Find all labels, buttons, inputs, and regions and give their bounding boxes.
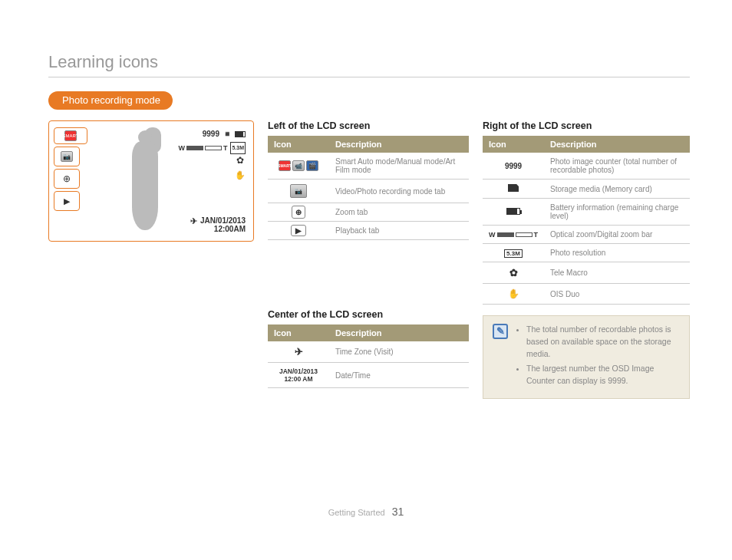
footer-section: Getting Started (328, 508, 385, 517)
table-row: SMART📹🎬 Smart Auto mode/Manual mode/Art … (268, 153, 469, 180)
zoom-bar-icon: WT 5.3M (178, 142, 246, 154)
mode-strip-icon: SMART📹🎬 (268, 153, 329, 180)
table-row: JAN/01/2013 12:00 AM Date/Time (268, 363, 469, 388)
table-row: Storage media (Memory card) (483, 180, 690, 199)
page-title: Learning icons (48, 52, 690, 77)
page-footer: Getting Started 31 (0, 506, 732, 518)
playback-tab-icon: ▶ (54, 191, 80, 211)
cell-desc: Photo resolution (544, 244, 690, 262)
th-desc: Description (329, 136, 469, 153)
table-row: ✿ Tele Macro (483, 262, 690, 284)
center-table: Icon Description ✈ Time Zone (Visit) JAN… (268, 324, 469, 388)
macro-icon: ✿ (236, 155, 244, 166)
table-row: ▶ Playback tab (268, 222, 469, 240)
note-item: The total number of recordable photos is… (526, 324, 680, 360)
timezone-icon: ✈ (268, 341, 329, 363)
recording-tab-icon: 📷 (54, 147, 80, 166)
cell-desc: Tele Macro (544, 262, 690, 284)
resolution-icon: 5.3M (483, 244, 544, 262)
left-table-title: Left of the LCD screen (268, 120, 469, 131)
cell-desc: Time Zone (Visit) (329, 341, 469, 363)
cell-desc: OIS Duo (544, 284, 690, 305)
th-icon: Icon (483, 136, 544, 153)
note-box: ✎ The total number of recordable photos … (483, 315, 690, 399)
left-table: Icon Description SMART📹🎬 Smart Auto mode… (268, 136, 469, 240)
macro-icon: ✿ (483, 262, 544, 284)
cell-desc: Video/Photo recording mode tab (329, 180, 469, 203)
cell-desc: Photo image counter (total number of rec… (544, 153, 690, 180)
mode-strip-icon: SMART (54, 127, 87, 144)
note-icon: ✎ (493, 324, 508, 339)
table-row: ✋ OIS Duo (483, 284, 690, 305)
table-row: 📷 Video/Photo recording mode tab (268, 180, 469, 203)
silhouette-graphic (121, 130, 167, 230)
cell-desc: Date/Time (329, 363, 469, 388)
table-row: ✈ Time Zone (Visit) (268, 341, 469, 363)
center-table-title: Center of the LCD screen (268, 309, 469, 320)
section-pill: Photo recording mode (48, 91, 173, 110)
table-row: WT Optical zoom/Digital zoom bar (483, 226, 690, 244)
datetime-icon: JAN/01/2013 12:00 AM (268, 363, 329, 388)
card-icon (483, 180, 544, 199)
lcd-date: JAN/01/2013 (200, 216, 246, 225)
ois-icon: ✋ (235, 170, 246, 180)
cell-desc: Smart Auto mode/Manual mode/Art Film mod… (329, 153, 469, 180)
note-item: The largest number the OSD Image Counter… (526, 363, 680, 387)
ois-icon: ✋ (483, 284, 544, 305)
battery-icon (235, 131, 246, 137)
footer-page-number: 31 (392, 506, 404, 518)
cell-desc: Playback tab (329, 222, 469, 240)
right-table: Icon Description 9999 Photo image counte… (483, 136, 690, 305)
table-row: 5.3M Photo resolution (483, 244, 690, 262)
table-row: Battery information (remaining charge le… (483, 199, 690, 226)
cell-desc: Zoom tab (329, 203, 469, 222)
table-row: 9999 Photo image counter (total number o… (483, 153, 690, 180)
zoom-tab-icon: ⊕ (54, 169, 80, 189)
right-table-title: Right of the LCD screen (483, 120, 690, 131)
zoom-icon: ⊕ (268, 203, 329, 222)
th-icon: Icon (268, 136, 329, 153)
th-icon: Icon (268, 324, 329, 341)
card-icon: ◾ (223, 129, 232, 140)
zoom-bar-icon: WT (483, 226, 544, 244)
th-desc: Description (329, 324, 469, 341)
cell-desc: Battery information (remaining charge le… (544, 199, 690, 226)
cell-desc: Storage media (Memory card) (544, 180, 690, 199)
camera-icon: 📷 (268, 180, 329, 203)
th-desc: Description (544, 136, 690, 153)
cell-desc: Optical zoom/Digital zoom bar (544, 226, 690, 244)
table-row: ⊕ Zoom tab (268, 203, 469, 222)
timezone-icon: ✈ (190, 217, 197, 226)
battery-icon (483, 199, 544, 226)
lcd-counter: 9999 (203, 129, 219, 140)
playback-icon: ▶ (268, 222, 329, 240)
counter-icon: 9999 (483, 153, 544, 180)
lcd-mockup: SMART 📷 ⊕ ▶ 9999 (48, 120, 254, 242)
lcd-time: 12:00AM (200, 225, 246, 233)
